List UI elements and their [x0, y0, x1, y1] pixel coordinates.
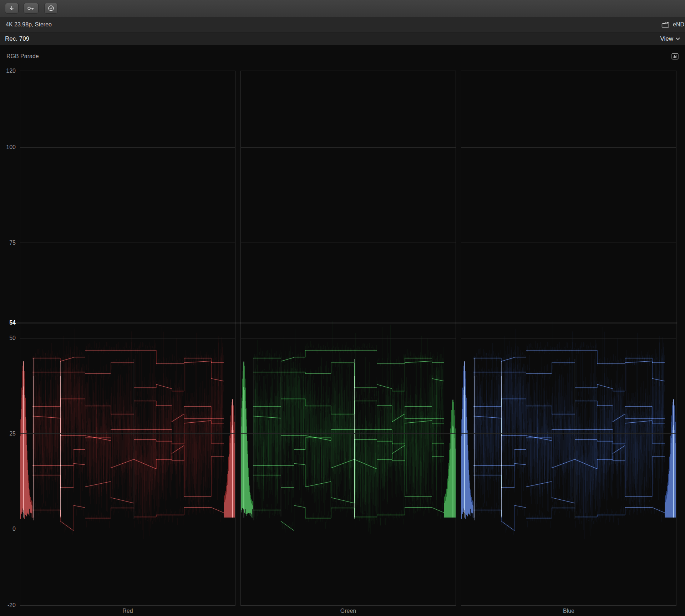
gridline: [241, 243, 456, 243]
gridline: [241, 529, 456, 529]
gridline: [20, 147, 235, 148]
y-axis-tick: -20: [1, 602, 16, 609]
level-guide-line[interactable]: [16, 323, 677, 323]
scope-title: RGB Parade: [6, 53, 39, 60]
channel-label-blue: Blue: [461, 608, 676, 614]
rgb-parade-scope: RGB Parade 120 100 75 54 50 25 0 -20 Red…: [0, 45, 685, 616]
chevron-down-icon: [676, 37, 680, 40]
clapperboard-icon: [661, 22, 669, 28]
y-axis-tick: 120: [1, 67, 16, 75]
key-button[interactable]: [24, 3, 39, 14]
gridline: [241, 147, 456, 148]
toolbar: [0, 0, 685, 17]
y-axis-tick: 54: [1, 319, 16, 326]
gridline: [461, 529, 676, 529]
waveform-panel-blue: [461, 71, 676, 606]
info-bar-right: eND: [661, 17, 685, 32]
download-icon: [9, 5, 15, 11]
y-axis-tick: 25: [1, 430, 16, 437]
gridline: [241, 433, 456, 434]
y-axis-tick: 100: [1, 144, 16, 151]
download-button[interactable]: [5, 3, 19, 14]
color-space-bar: Rec. 709 View: [0, 32, 685, 45]
gridline: [20, 338, 235, 338]
channel-label-red: Red: [20, 608, 235, 614]
scopes-window: 4K 23.98p, Stereo eND Rec. 709 View RGB …: [0, 0, 685, 616]
scope-settings-icon[interactable]: [671, 53, 679, 60]
waveform-panel-red: [20, 71, 235, 606]
check-circle-icon: [48, 5, 54, 11]
color-space-label: Rec. 709: [5, 35, 29, 42]
waveform-panel-green: [240, 71, 456, 606]
camera-name-label: eND: [673, 21, 685, 28]
gridline: [461, 433, 676, 434]
view-menu-button[interactable]: View: [660, 32, 680, 45]
info-bar: 4K 23.98p, Stereo eND: [0, 17, 685, 32]
gridline: [20, 243, 235, 243]
gridline: [461, 147, 676, 148]
y-axis-tick: 0: [1, 525, 16, 533]
format-label: 4K 23.98p, Stereo: [6, 21, 52, 28]
gridline: [241, 338, 456, 338]
gridline: [20, 433, 235, 434]
key-icon: [27, 5, 35, 11]
gridline: [461, 243, 676, 243]
gridline: [461, 338, 676, 338]
gridline: [20, 529, 235, 529]
view-menu-label: View: [660, 35, 673, 42]
check-button[interactable]: [44, 3, 58, 14]
channel-label-green: Green: [240, 608, 456, 614]
y-axis-tick: 50: [1, 335, 16, 342]
y-axis-tick: 75: [1, 239, 16, 246]
